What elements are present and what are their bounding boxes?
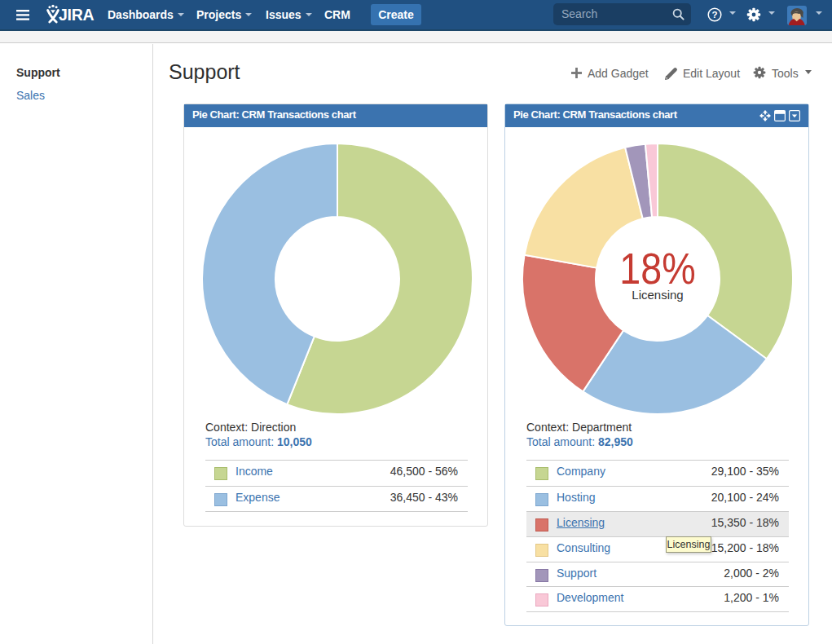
svg-text:?: ? — [711, 10, 717, 20]
